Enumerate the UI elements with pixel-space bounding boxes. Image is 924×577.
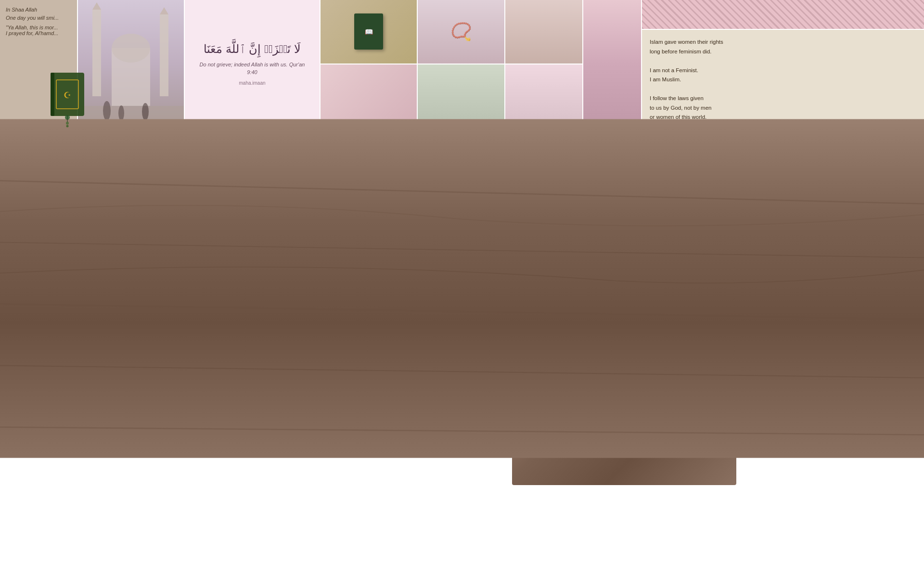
bottom-image — [512, 379, 736, 485]
main-content: Ramadan Planner Template May Allah bring… — [149, 128, 775, 504]
bottom-section: Resources ⭐ Goals template 🕌 Prayer Trac… — [188, 379, 736, 485]
svg-rect-19 — [512, 379, 736, 458]
